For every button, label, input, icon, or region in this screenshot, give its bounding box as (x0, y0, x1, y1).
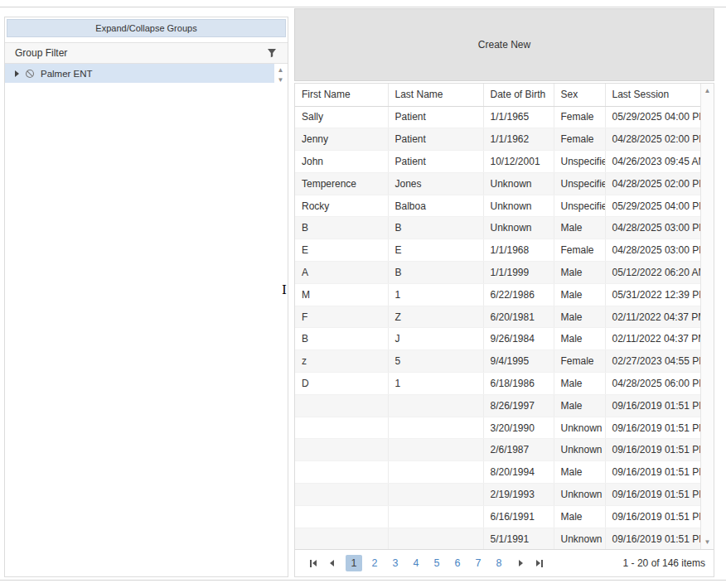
next-page-icon (519, 560, 523, 566)
pager-prev-button[interactable] (323, 555, 341, 571)
table-cell: 10/12/2001 (483, 151, 554, 173)
tree-scrollbar[interactable]: ▲ ▼ (274, 64, 287, 87)
table-cell: Female (554, 239, 605, 262)
scroll-up-arrow[interactable]: ▲ (704, 87, 711, 94)
pager-page-1[interactable]: 1 (346, 555, 362, 571)
column-header[interactable]: Date of Birth (483, 84, 554, 106)
table-row[interactable]: JennyPatient1/1/1962Female04/28/2025 02:… (295, 128, 700, 151)
table-row[interactable]: BJ9/26/1984Male02/11/2022 04:37 PM (295, 328, 700, 350)
table-cell: Sally (295, 106, 388, 128)
table-row[interactable]: 5/1/1991Unknown09/16/2019 01:51 PM (295, 528, 700, 549)
table-row[interactable]: z59/4/1995Female02/27/2023 04:55 PM (295, 350, 700, 373)
table-row[interactable]: 2/6/1987Unknown09/16/2019 01:51 PM (295, 439, 700, 461)
table-cell: Male (554, 394, 605, 417)
table-cell: 8/20/1994 (483, 461, 554, 484)
table-cell: 05/29/2025 04:00 PM (605, 195, 700, 217)
column-header[interactable]: Sex (554, 84, 605, 106)
table-row[interactable]: RockyBalboaUnknownUnspecified05/29/2025 … (295, 195, 700, 217)
pager: 12345678 1 - 20 of 146 items (294, 550, 714, 577)
table-cell: Male (554, 283, 605, 306)
patients-panel: Create New First NameLast NameDate of Bi… (294, 8, 714, 577)
table-cell: A (295, 262, 388, 284)
table-cell: 6/18/1986 (483, 373, 554, 395)
table-row[interactable]: BBUnknownMale04/28/2025 03:00 PM (295, 217, 700, 239)
table-cell: 2/19/1993 (483, 484, 554, 506)
table-cell: Jenny (295, 128, 388, 151)
table-cell: B (388, 262, 483, 284)
table-cell: Unknown (483, 195, 554, 217)
table-cell (388, 461, 483, 484)
table-row[interactable]: M16/22/1986Male05/31/2022 12:39 PM (295, 283, 700, 306)
group-filter-row[interactable]: Group Filter (5, 42, 288, 64)
table-cell: Patient (388, 128, 483, 151)
table-cell: F (295, 306, 388, 328)
pager-nav: 12345678 (303, 555, 549, 571)
table-cell: 09/16/2019 01:51 PM (605, 461, 700, 484)
table-row[interactable]: 3/20/1990Unknown09/16/2019 01:51 PM (295, 417, 700, 439)
pager-page-5[interactable]: 5 (428, 555, 445, 571)
pager-page-4[interactable]: 4 (408, 555, 424, 571)
table-cell: Balboa (388, 195, 483, 217)
table-cell: B (388, 217, 483, 239)
table-cell: 02/11/2022 04:37 PM (605, 306, 700, 328)
column-header[interactable]: Last Session (605, 84, 700, 106)
table-row[interactable]: TemperenceJonesUnknownUnspecified04/28/2… (295, 172, 700, 195)
table-cell (295, 394, 388, 417)
table-cell: Unknown (554, 417, 605, 439)
table-row[interactable]: FZ6/20/1981Male02/11/2022 04:37 PM (295, 306, 700, 328)
first-page-icon (310, 560, 312, 567)
table-row[interactable]: D16/18/1986Male04/28/2025 06:00 PM (295, 373, 700, 395)
table-cell (295, 461, 388, 484)
table-cell (388, 484, 483, 506)
pager-page-8[interactable]: 8 (491, 555, 507, 571)
table-cell: 1/1/1999 (483, 262, 554, 284)
pager-first-button[interactable] (303, 555, 323, 571)
table-cell: 09/16/2019 01:51 PM (605, 528, 700, 549)
column-header[interactable]: First Name (295, 84, 388, 106)
table-row[interactable]: 8/20/1994Male09/16/2019 01:51 PM (295, 461, 700, 484)
table-row[interactable]: EE1/1/1968Female04/28/2025 03:00 PM (295, 239, 700, 262)
window-bottom-border (0, 580, 726, 581)
table-row[interactable]: AB1/1/1999Male05/12/2022 06:20 AM (295, 262, 700, 284)
table-cell: 1/1/1968 (483, 239, 554, 262)
table-cell: M (295, 283, 388, 306)
table-cell: 09/16/2019 01:51 PM (605, 417, 700, 439)
pager-page-6[interactable]: 6 (449, 555, 466, 571)
scroll-down-arrow[interactable]: ▼ (278, 76, 284, 84)
column-header[interactable]: Last Name (388, 84, 483, 106)
table-cell: Patient (388, 106, 483, 128)
create-new-button[interactable]: Create New (294, 8, 714, 81)
table-cell: Unknown (483, 217, 554, 239)
table-row[interactable]: JohnPatient10/12/2001Unspecified04/26/20… (295, 151, 700, 173)
table-cell (295, 439, 388, 461)
table-row[interactable]: 2/19/1993Unknown09/16/2019 01:51 PM (295, 484, 700, 506)
pager-info: 1 - 20 of 146 items (623, 557, 705, 569)
expand-collapse-groups-button[interactable]: Expand/Collapse Groups (7, 19, 286, 37)
table-cell: Unspecified (554, 151, 605, 173)
table-row[interactable]: 6/16/1991Male09/16/2019 01:51 PM (295, 505, 700, 528)
table-cell: 8/26/1997 (483, 394, 554, 417)
table-cell (388, 439, 483, 461)
expander-icon[interactable] (15, 70, 19, 77)
table-cell: 1 (388, 373, 483, 395)
table-cell (295, 484, 388, 506)
pager-page-2[interactable]: 2 (366, 555, 383, 571)
scroll-down-arrow[interactable]: ▼ (704, 538, 711, 546)
text-cursor-pointer: I (282, 284, 287, 296)
pager-page-3[interactable]: 3 (387, 555, 404, 571)
table-row[interactable]: 8/26/1997Male09/16/2019 01:51 PM (295, 394, 700, 417)
table-header-row: First NameLast NameDate of BirthSexLast … (295, 84, 700, 106)
table-cell (388, 528, 483, 549)
table-cell: 05/12/2022 06:20 AM (605, 262, 700, 284)
table-cell: Unspecified (554, 172, 605, 195)
filter-funnel-icon[interactable] (266, 47, 278, 59)
table-cell: 09/16/2019 01:51 PM (605, 439, 700, 461)
pager-next-button[interactable] (512, 555, 530, 571)
pager-page-7[interactable]: 7 (470, 555, 486, 571)
pager-last-button[interactable] (530, 555, 549, 571)
table-row[interactable]: SallyPatient1/1/1965Female05/29/2025 04:… (295, 106, 700, 128)
scroll-up-arrow[interactable]: ▲ (278, 66, 284, 74)
tree-item-palmer-ent[interactable]: Palmer ENT (5, 64, 274, 83)
table-scrollbar[interactable]: ▲ ▼ (700, 84, 714, 549)
table-cell: Temperence (295, 172, 388, 195)
